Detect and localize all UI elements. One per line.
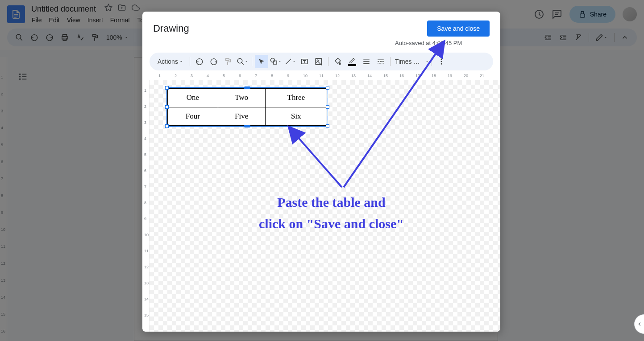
horizontal-ruler: 123456789101112131415161718192021 bbox=[150, 73, 500, 80]
pasted-table-selection[interactable]: One Two Three Four Five Six bbox=[167, 88, 327, 126]
border-color-icon[interactable] bbox=[345, 55, 359, 68]
svg-rect-40 bbox=[378, 61, 379, 62]
svg-rect-41 bbox=[380, 61, 382, 62]
svg-point-49 bbox=[440, 61, 442, 62]
svg-rect-43 bbox=[378, 63, 378, 64]
svg-rect-34 bbox=[316, 58, 322, 65]
drawing-modal: Drawing Save and close Auto-saved at 4:0… bbox=[142, 12, 500, 332]
svg-rect-36 bbox=[363, 59, 370, 60]
textbox-tool-icon[interactable] bbox=[298, 55, 311, 68]
redo-icon[interactable] bbox=[207, 55, 220, 68]
paint-format-icon[interactable] bbox=[221, 55, 235, 68]
border-weight-icon[interactable] bbox=[360, 55, 373, 68]
svg-rect-44 bbox=[379, 63, 380, 64]
autosave-status: Auto-saved at 4:09:45 PM bbox=[395, 40, 462, 46]
svg-point-28 bbox=[237, 58, 242, 63]
more-options-icon[interactable] bbox=[435, 55, 448, 68]
svg-rect-47 bbox=[383, 63, 384, 64]
svg-rect-42 bbox=[382, 61, 384, 62]
line-tool-icon[interactable] bbox=[283, 55, 297, 68]
svg-rect-31 bbox=[273, 61, 277, 65]
svg-rect-45 bbox=[380, 63, 381, 64]
svg-rect-37 bbox=[363, 61, 370, 62]
svg-point-30 bbox=[270, 58, 274, 62]
save-and-close-button[interactable]: Save and close bbox=[427, 21, 490, 37]
undo-icon[interactable] bbox=[193, 55, 206, 68]
svg-line-32 bbox=[286, 59, 291, 64]
canvas-vertical-ruler: 123456789101112131415 bbox=[142, 80, 150, 332]
select-tool-icon[interactable] bbox=[255, 55, 268, 68]
actions-menu[interactable]: Actions bbox=[154, 55, 187, 68]
svg-line-29 bbox=[241, 62, 244, 65]
fill-color-icon[interactable] bbox=[331, 55, 345, 68]
annotation-text: Paste the table and click on "Save and c… bbox=[259, 192, 404, 234]
drawing-toolbar: Actions Times … bbox=[150, 53, 493, 70]
svg-rect-38 bbox=[363, 63, 370, 64]
svg-rect-39 bbox=[378, 60, 384, 61]
border-dash-icon[interactable] bbox=[374, 55, 387, 68]
svg-rect-27 bbox=[226, 58, 229, 61]
modal-title: Drawing bbox=[153, 23, 189, 34]
svg-rect-46 bbox=[382, 63, 382, 64]
image-tool-icon[interactable] bbox=[312, 55, 325, 68]
font-select[interactable]: Times … bbox=[393, 56, 424, 67]
zoom-icon[interactable] bbox=[236, 55, 249, 68]
svg-point-48 bbox=[440, 58, 442, 60]
shape-tool-icon[interactable] bbox=[269, 55, 283, 68]
svg-point-50 bbox=[440, 63, 442, 65]
